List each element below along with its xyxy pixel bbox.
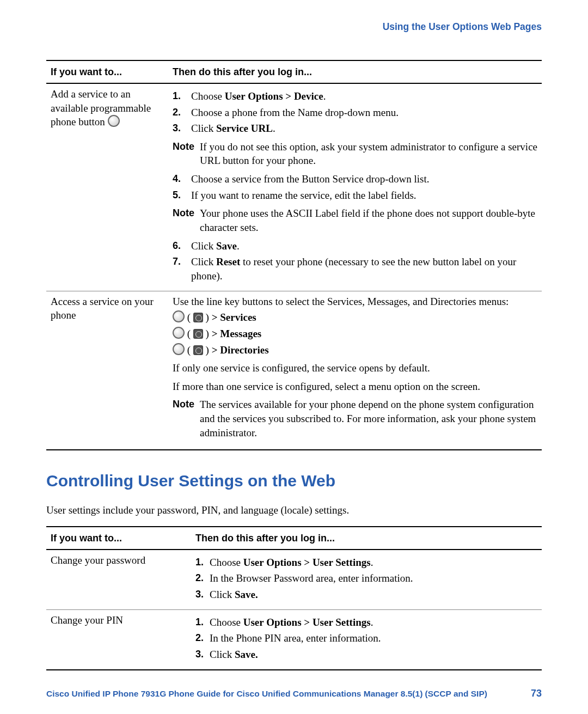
cell-steps-change-password: 1. Choose User Options > User Settings. … <box>191 550 542 609</box>
step-text: Choose User Options > Device. <box>191 89 326 103</box>
note-text: The services available for your phone de… <box>200 398 537 440</box>
note-label: Note <box>173 206 200 219</box>
step-text: Choose User Options > User Settings. <box>210 556 373 570</box>
cell-want-access-service: Access a service on your phone <box>46 291 168 450</box>
step-number: 6. <box>173 239 191 252</box>
step-text: In the Phone PIN area, enter information… <box>210 631 381 645</box>
note-block: Note Your phone uses the ASCII Label fie… <box>173 206 537 234</box>
note-label: Note <box>173 398 200 411</box>
access-many-service: If more than one service is configured, … <box>173 380 537 394</box>
col-header-do: Then do this after you log in... <box>191 527 542 550</box>
menu-line-messages: ( ) > Messages <box>173 327 537 341</box>
text-add-service: Add a service to an available programmab… <box>51 88 151 127</box>
cell-steps-add-service: 1. Choose User Options > Device. 2. Choo… <box>168 83 542 291</box>
step-text: Click Save. <box>210 648 258 662</box>
cell-steps-access-service: Use the line key buttons to select the S… <box>168 291 542 450</box>
menu-line-services: ( ) > Services <box>173 310 537 325</box>
step-3: 3. Click Save. <box>195 648 537 662</box>
globe-icon <box>193 329 203 339</box>
step-2: 2. In the Phone PIN area, enter informat… <box>195 631 537 645</box>
step-6: 6. Click Save. <box>173 239 537 253</box>
document-page: Using the User Options Web Pages If you … <box>0 0 588 714</box>
step-text: Click Save. <box>191 239 240 253</box>
step-1: 1. Choose User Options > User Settings. <box>195 556 537 570</box>
step-number: 3. <box>195 648 210 661</box>
cell-want-change-password: Change your password <box>46 550 191 609</box>
menu-line-directories: ( ) > Directories <box>173 343 537 357</box>
step-number: 4. <box>173 172 191 185</box>
step-3: 3. Click Service URL. <box>173 121 537 136</box>
table-row: Change your password 1. Choose User Opti… <box>46 550 542 609</box>
table-service-actions: If you want to... Then do this after you… <box>46 60 542 451</box>
note-block: Note The services available for your pho… <box>173 398 537 440</box>
step-4: 4. Choose a service from the Button Serv… <box>173 172 537 186</box>
globe-icon <box>193 313 203 322</box>
table-user-settings: If you want to... Then do this after you… <box>46 526 542 670</box>
page-number: 73 <box>531 687 542 700</box>
step-text: If you want to rename the service, edit … <box>191 188 416 203</box>
step-number: 3. <box>195 588 210 601</box>
col-header-do: Then do this after you log in... <box>168 60 542 83</box>
col-header-want: If you want to... <box>46 527 191 550</box>
access-intro: Use the line key buttons to select the S… <box>173 295 537 309</box>
step-number: 7. <box>173 255 191 268</box>
table-head-row: If you want to... Then do this after you… <box>46 527 542 550</box>
running-header: Using the User Options Web Pages <box>46 21 542 34</box>
cell-want-change-pin: Change your PIN <box>46 609 191 669</box>
step-1: 1. Choose User Options > User Settings. <box>195 615 537 630</box>
step-text: Choose a service from the Button Service… <box>191 172 429 186</box>
note-block: Note If you do not see this option, ask … <box>173 140 537 168</box>
note-text: If you do not see this option, ask your … <box>200 140 537 168</box>
line-button-icon <box>108 115 120 127</box>
step-text: Click Save. <box>210 588 258 602</box>
line-button-icon <box>173 343 185 355</box>
step-1: 1. Choose User Options > Device. <box>173 89 537 103</box>
step-number: 2. <box>173 106 191 119</box>
table-row: Add a service to an available programmab… <box>46 83 542 291</box>
page-footer: Cisco Unified IP Phone 7931G Phone Guide… <box>46 687 542 700</box>
step-text: Click Reset to reset your phone (necessa… <box>191 255 537 283</box>
col-header-want: If you want to... <box>46 60 168 83</box>
line-button-icon <box>173 310 185 322</box>
step-number: 1. <box>195 615 210 628</box>
step-number: 1. <box>195 556 210 569</box>
step-2: 2. In the Browser Password area, enter i… <box>195 571 537 585</box>
step-number: 2. <box>195 571 210 584</box>
note-label: Note <box>173 140 200 153</box>
step-text: Choose User Options > User Settings. <box>210 615 373 630</box>
globe-icon <box>193 345 203 355</box>
section-intro: User settings include your password, PIN… <box>46 503 542 517</box>
step-2: 2. Choose a phone from the Name drop-dow… <box>173 106 537 120</box>
step-5: 5. If you want to rename the service, ed… <box>173 188 537 203</box>
note-text: Your phone uses the ASCII Label field if… <box>200 206 537 234</box>
step-number: 2. <box>195 631 210 644</box>
step-number: 3. <box>173 121 191 135</box>
step-number: 1. <box>173 89 191 102</box>
cell-steps-change-pin: 1. Choose User Options > User Settings. … <box>191 609 542 669</box>
cell-want-add-service: Add a service to an available programmab… <box>46 83 168 291</box>
section-heading: Controlling User Settings on the Web <box>46 470 542 492</box>
step-text: In the Browser Password area, enter info… <box>210 571 413 585</box>
table-row: Change your PIN 1. Choose User Options >… <box>46 609 542 669</box>
line-button-icon <box>173 327 185 339</box>
step-7: 7. Click Reset to reset your phone (nece… <box>173 255 537 283</box>
step-text: Click Service URL. <box>191 121 275 136</box>
footer-title: Cisco Unified IP Phone 7931G Phone Guide… <box>46 688 487 700</box>
access-one-service: If only one service is configured, the s… <box>173 361 537 375</box>
step-text: Choose a phone from the Name drop-down m… <box>191 106 399 120</box>
step-number: 5. <box>173 188 191 202</box>
table-row: Access a service on your phone Use the l… <box>46 291 542 450</box>
step-3: 3. Click Save. <box>195 588 537 602</box>
table-head-row: If you want to... Then do this after you… <box>46 60 542 83</box>
